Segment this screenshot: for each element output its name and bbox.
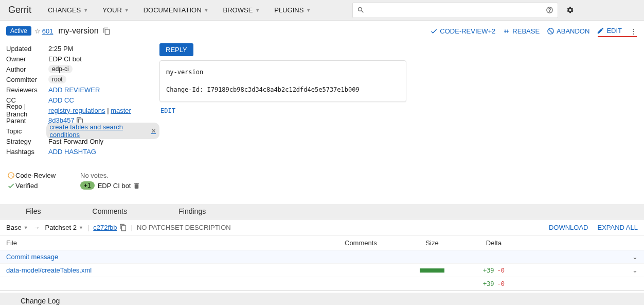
meta-label-updated: Updated [6, 45, 48, 53]
add-reviewer-link[interactable]: ADD REVIEWER [48, 86, 100, 94]
file-tabs: Files Comments Findings [0, 204, 644, 219]
commit-msg-line: Change-Id: I79189cb98c3d34c8a4b2c12dfd4e… [166, 84, 400, 95]
trash-icon[interactable] [133, 182, 140, 190]
commit-message-column: REPLY my-version Change-Id: I79189cb98c3… [159, 43, 406, 191]
help-icon[interactable] [546, 6, 553, 14]
total-additions: +39 [483, 280, 494, 287]
branch-link[interactable]: master [111, 107, 131, 114]
nav-browse[interactable]: BROWSE▼ [216, 0, 267, 21]
edit-action[interactable]: EDIT [597, 27, 622, 36]
files-table-header: File Comments Size Delta [0, 236, 644, 250]
meta-label-owner: Owner [6, 55, 48, 63]
search-box[interactable] [352, 3, 558, 18]
base-select[interactable]: Base [6, 224, 22, 231]
meta-value-strategy: Fast Forward Only [48, 138, 103, 145]
topic-chip[interactable]: create tables and search conditions✕ [46, 123, 160, 139]
tab-files[interactable]: Files [0, 204, 67, 219]
commit-msg-line: my-version [166, 67, 400, 77]
meta-label-committer: Committer [6, 76, 48, 83]
status-badge: Active [6, 26, 31, 36]
top-header: Gerrit CHANGES▼ YOUR▼ DOCUMENTATION▼ BRO… [0, 0, 644, 21]
code-review-action[interactable]: CODE-REVIEW+2 [430, 27, 495, 35]
expand-all-link[interactable]: EXPAND ALL [597, 224, 638, 231]
meta-value-owner[interactable]: EDP CI bot [48, 55, 82, 63]
repo-link[interactable]: registry-regulations [48, 107, 105, 114]
nav-documentation[interactable]: DOCUMENTATION▼ [136, 0, 216, 21]
vote-by[interactable]: EDP CI bot [98, 182, 131, 190]
meta-label-hashtags: Hashtags [6, 148, 48, 156]
topic-link[interactable]: create tables and search conditions [50, 123, 149, 139]
meta-value-updated: 2:25 PM [48, 45, 73, 53]
tab-findings[interactable]: Findings [153, 204, 231, 219]
user-menu[interactable] [579, 3, 636, 18]
gear-icon[interactable] [566, 6, 574, 14]
abandon-action[interactable]: ABANDON [547, 27, 589, 35]
action-label: CODE-REVIEW+2 [440, 27, 495, 35]
col-comments: Comments [345, 239, 401, 247]
copy-icon[interactable] [103, 27, 111, 35]
change-subheader: Active ☆ 601 my-version CODE-REVIEW+2 RE… [0, 23, 644, 39]
add-cc-link[interactable]: ADD CC [48, 96, 74, 104]
reply-button[interactable]: REPLY [159, 43, 193, 56]
edit-commit-msg-link[interactable]: EDIT [160, 107, 175, 114]
remove-topic-icon[interactable]: ✕ [151, 128, 156, 134]
file-row-commit-message[interactable]: Commit message ⌄ [0, 250, 644, 264]
col-delta: Delta [463, 239, 525, 247]
chevron-down-icon[interactable]: ⌄ [632, 253, 638, 261]
patchset-select[interactable]: Patchset 2 [45, 224, 77, 231]
no-patchset-desc: NO PATCHSET DESCRIPTION [137, 224, 231, 231]
votes-section: Code-Review No votes. Verified +1 EDP CI… [6, 170, 159, 191]
col-file: File [6, 239, 345, 247]
meta-label-parent: Parent [6, 117, 48, 125]
search-icon [357, 6, 365, 14]
meta-label-topic: Topic [6, 127, 46, 135]
change-title: my-version [58, 26, 98, 36]
vote-label-code-review: Code-Review [15, 172, 80, 179]
more-menu-icon[interactable]: ⋮ [629, 27, 638, 35]
files-table: File Comments Size Delta Commit message … [0, 236, 644, 291]
caret-icon: ▼ [124, 8, 129, 13]
col-size: Size [401, 239, 463, 247]
main-nav: CHANGES▼ YOUR▼ DOCUMENTATION▼ BROWSE▼ PL… [41, 0, 318, 21]
action-label: REBASE [512, 27, 540, 35]
meta-label-reviewers: Reviewers [6, 86, 48, 94]
file-row-total: +39-0 [0, 277, 644, 291]
committer-chip[interactable]: root [48, 75, 66, 83]
check-icon [6, 182, 15, 190]
metadata-column: Updated2:25 PM OwnerEDP CI bot Authoredp… [6, 43, 159, 191]
file-path-link[interactable]: data-model/createTables.xml [6, 266, 92, 274]
meta-label-author: Author [6, 65, 48, 73]
tab-comments[interactable]: Comments [67, 204, 153, 219]
patchset-sha-link[interactable]: c272fbb [93, 224, 117, 231]
chevron-down-icon[interactable]: ⌄ [632, 266, 638, 274]
nav-changes[interactable]: CHANGES▼ [41, 0, 95, 21]
rebase-action[interactable]: REBASE [503, 27, 540, 35]
brand-logo[interactable]: Gerrit [8, 5, 31, 15]
change-number-link[interactable]: 601 [42, 27, 53, 35]
nav-plugins[interactable]: PLUGINS▼ [267, 0, 318, 21]
code-review-vote-row: Code-Review No votes. [6, 170, 159, 180]
meta-label-strategy: Strategy [6, 138, 48, 145]
copy-icon[interactable] [119, 224, 127, 231]
commit-message-link[interactable]: Commit message [6, 253, 58, 261]
file-row[interactable]: data-model/createTables.xml +39-0 ⌄ [0, 264, 644, 277]
star-icon[interactable]: ☆ [34, 27, 41, 35]
patchset-selector-row: Base▼ → Patchset 2▼ | c272fbb | NO PATCH… [0, 219, 644, 236]
meta-label-repo: Repo | Branch [6, 103, 48, 118]
add-hashtag-link[interactable]: ADD HASHTAG [48, 148, 96, 156]
verified-vote-row: Verified +1 EDP CI bot [6, 180, 159, 191]
change-log-header: Change Log [0, 293, 644, 305]
change-actions: CODE-REVIEW+2 REBASE ABANDON EDIT ⋮ [430, 27, 638, 36]
commit-message-box[interactable]: my-version Change-Id: I79189cb98c3d34c8a… [159, 60, 406, 102]
nav-label: PLUGINS [274, 6, 303, 14]
caret-icon: ▼ [204, 8, 209, 13]
caret-icon: ▼ [306, 8, 311, 13]
author-chip[interactable]: edp-ci [48, 65, 73, 73]
nav-label: DOCUMENTATION [144, 6, 202, 14]
download-link[interactable]: DOWNLOAD [549, 224, 588, 231]
arrow-icon: → [33, 224, 40, 231]
caret-icon: ▼ [255, 8, 260, 13]
nav-your[interactable]: YOUR▼ [95, 0, 136, 21]
nav-label: BROWSE [223, 6, 253, 14]
search-input[interactable] [369, 6, 543, 14]
